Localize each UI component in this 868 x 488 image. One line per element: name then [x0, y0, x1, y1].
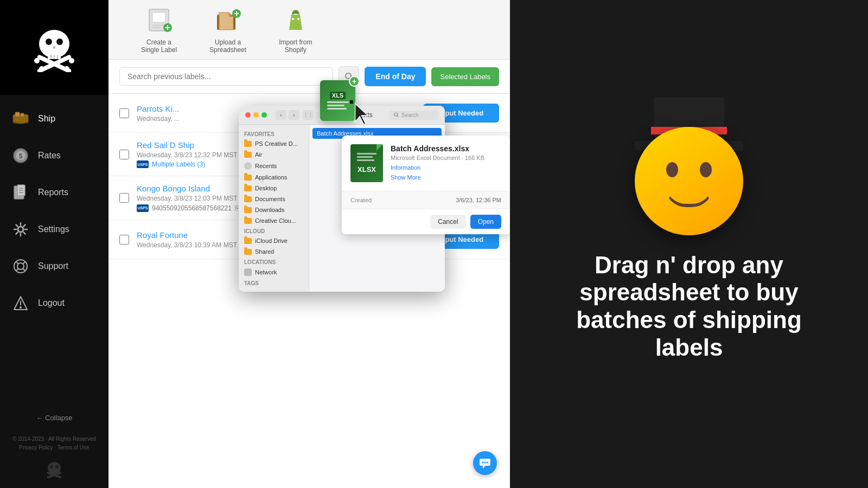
upload-spreadsheet-button[interactable]: Upload a Spreadsheet — [193, 0, 263, 61]
left-eye — [666, 162, 678, 177]
created-row: Created 3/6/23, 12:36 PM — [350, 196, 501, 204]
right-eye — [700, 162, 712, 177]
svg-point-58 — [482, 462, 484, 464]
usps-icon: USPS — [137, 204, 149, 212]
folder-icon — [244, 238, 252, 244]
fp-item-recents[interactable]: Recents — [239, 160, 309, 172]
svg-point-13 — [64, 66, 69, 72]
end-of-day-button[interactable]: End of Day — [365, 67, 426, 86]
smiley-smile — [665, 185, 713, 207]
smiley-face — [635, 127, 743, 235]
ship-icon — [11, 109, 30, 129]
created-date: 3/6/23, 12:36 PM — [456, 197, 501, 203]
upload-spreadsheet-label: Upload a Spreadsheet — [209, 38, 246, 54]
svg-point-52 — [292, 18, 294, 20]
svg-line-30 — [23, 262, 25, 264]
action-bar: Create a Single Label Upload a Spreadshe… — [108, 0, 510, 60]
svg-point-59 — [484, 462, 486, 464]
row-checkbox[interactable] — [119, 193, 129, 203]
svg-point-12 — [69, 58, 74, 63]
sidebar-item-settings[interactable]: Settings — [0, 211, 108, 248]
chat-bubble-button[interactable] — [473, 451, 497, 475]
row-checkbox[interactable] — [119, 150, 129, 159]
row-checkbox[interactable] — [119, 235, 129, 245]
fp-item-network[interactable]: Network — [239, 266, 309, 278]
settings-icon — [11, 220, 30, 239]
svg-point-1 — [46, 38, 52, 45]
copyright-text: © 2014-2023 · All Rights Reserved Privac… — [9, 432, 99, 455]
fp-item-documents[interactable]: Documents — [239, 194, 309, 204]
sidebar-label-logout: Logout — [38, 298, 65, 308]
sidebar-item-rates[interactable]: $ Rates — [0, 137, 108, 174]
file-info: Batch Addresses.xlsx Microsoft Excel Doc… — [391, 144, 501, 181]
folder-icon — [244, 141, 252, 147]
network-icon — [244, 268, 252, 276]
create-single-icon — [145, 6, 173, 34]
minimize-dot[interactable] — [253, 112, 259, 118]
reports-icon — [11, 183, 30, 202]
cancel-button[interactable]: Cancel — [430, 215, 465, 229]
view-button[interactable]: ⋮⋮ — [303, 110, 314, 120]
multi-label: Multiple Labels (3) — [152, 160, 205, 168]
row-checkbox[interactable] — [119, 108, 129, 118]
svg-line-31 — [16, 268, 18, 271]
forward-button[interactable]: › — [289, 110, 299, 120]
close-dot[interactable] — [245, 112, 251, 118]
smiley-container — [635, 127, 743, 235]
svg-point-25 — [18, 227, 23, 232]
show-more-link[interactable]: Information — [391, 164, 501, 171]
svg-point-53 — [297, 18, 299, 20]
sidebar-item-reports[interactable]: Reports — [0, 174, 108, 211]
folder-icon — [244, 196, 252, 202]
hat-top — [654, 97, 724, 127]
created-label: Created — [350, 197, 372, 203]
icloud-label: iCloud — [239, 226, 309, 235]
mouse-cursor — [350, 100, 353, 104]
collapse-button[interactable]: ← Collapse — [25, 408, 83, 427]
svg-point-26 — [14, 260, 27, 273]
folder-icon — [244, 207, 252, 213]
fp-item-shared[interactable]: Shared — [239, 246, 309, 257]
folder-icon — [244, 152, 252, 158]
fp-item-creative-cloud[interactable]: Creative Clou... — [239, 215, 309, 226]
sidebar-item-support[interactable]: Support — [0, 248, 108, 285]
show-more-toggle[interactable]: Show More — [391, 174, 501, 181]
xlsx-file-icon: XLSX — [350, 144, 383, 182]
back-button[interactable]: ‹ — [276, 110, 286, 120]
selected-labels-button[interactable]: Selected Labels — [431, 67, 499, 86]
nav-menu: Ship $ Rates — [0, 95, 108, 408]
create-single-label-button[interactable]: Create a Single Label — [125, 0, 193, 61]
fp-item-downloads[interactable]: Downloads — [239, 204, 309, 215]
svg-point-34 — [20, 306, 22, 309]
file-details-section: Created 3/6/23, 12:36 PM — [342, 191, 510, 209]
fp-item-icloud-drive[interactable]: iCloud Drive — [239, 235, 309, 246]
fp-item-desktop[interactable]: Desktop — [239, 183, 309, 194]
svg-text:$: $ — [19, 152, 23, 160]
import-shopify-button[interactable]: Import from Shopify — [263, 0, 328, 61]
svg-line-28 — [16, 262, 18, 264]
svg-point-35 — [48, 462, 61, 474]
file-picker-search[interactable]: Search — [390, 111, 438, 120]
import-shopify-label: Import from Shopify — [279, 38, 312, 54]
svg-line-29 — [23, 268, 25, 271]
sidebar-item-ship[interactable]: Ship — [0, 100, 108, 137]
favorites-label: Favorites — [239, 129, 309, 138]
open-button[interactable]: Open — [470, 215, 501, 229]
folder-icon — [244, 249, 252, 255]
fp-item-air[interactable]: Air — [239, 149, 309, 160]
search-input[interactable] — [119, 67, 333, 86]
nav-buttons: ‹ › ⋮⋮ — [276, 110, 314, 120]
rates-icon: $ — [11, 146, 30, 165]
maximize-dot[interactable] — [261, 112, 267, 118]
bottom-skull-icon — [44, 460, 64, 479]
file-detail-popup: XLSX Batch Addresses.xlsx Microsoft Exce… — [342, 136, 510, 234]
folder-icon — [244, 175, 252, 181]
xls-lines — [327, 101, 349, 110]
locations-label: Locations — [239, 257, 309, 266]
fp-item-applications[interactable]: Applications — [239, 172, 309, 183]
sidebar-item-logout[interactable]: Logout — [0, 285, 108, 322]
svg-point-2 — [56, 38, 63, 45]
fp-item-ps-creative[interactable]: PS Creative D... — [239, 138, 309, 149]
svg-point-11 — [39, 66, 44, 72]
skull-logo — [30, 23, 79, 72]
